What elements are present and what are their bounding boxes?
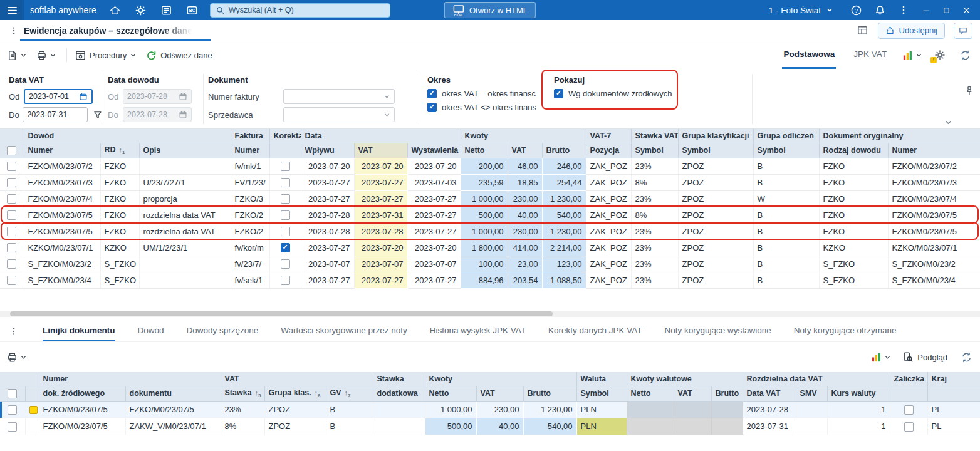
column-header-netto[interactable]: Netto: [425, 386, 476, 401]
row-checkbox[interactable]: [8, 422, 17, 432]
column-header-gv[interactable]: GV↑7: [326, 386, 373, 401]
column-header-netto[interactable]: Netto: [461, 143, 508, 158]
row-checkbox[interactable]: [904, 422, 914, 432]
chart-button[interactable]: [902, 49, 922, 61]
panel-context-menu-button[interactable]: [8, 325, 20, 338]
view-tab[interactable]: JPK VAT: [852, 41, 888, 69]
table-row[interactable]: FZKO/M0/23/07/4FZKOproporcjaFZKO/32023-0…: [0, 190, 980, 207]
panel-tab[interactable]: Dowód: [138, 321, 164, 341]
help-button[interactable]: ?: [848, 3, 863, 18]
column-header-grupa_klas[interactable]: Grupa klas.↑6: [264, 386, 326, 401]
column-header-smv[interactable]: SMV: [796, 386, 827, 401]
row-checkbox[interactable]: [281, 178, 290, 187]
row-checkbox[interactable]: [281, 194, 290, 204]
pin-icon[interactable]: [964, 85, 975, 96]
column-header-rd[interactable]: RD↑1: [100, 143, 139, 158]
column-header-kraj[interactable]: [927, 386, 980, 401]
column-header-vat_data[interactable]: VAT: [354, 143, 407, 158]
select-all-checkbox[interactable]: [7, 146, 16, 155]
detail-chart-button[interactable]: [870, 351, 891, 363]
company-selector[interactable]: 1 - Foto Świat: [769, 6, 833, 15]
numer-faktury-combo[interactable]: [283, 89, 395, 104]
column-header-opis[interactable]: Opis: [139, 143, 231, 158]
column-header-waluta[interactable]: Symbol: [576, 386, 627, 401]
row-checkbox[interactable]: [7, 194, 16, 204]
column-header-pozycja[interactable]: Pozycja: [586, 143, 631, 158]
notifications-button[interactable]: [872, 3, 887, 18]
table-row[interactable]: FZKO/M0/23/07/5FZKOrozdzielna data VATFZ…: [0, 207, 980, 223]
panel-tab[interactable]: Historia wysyłek JPK VAT: [430, 321, 526, 341]
column-header-data_vat[interactable]: Data VAT: [743, 386, 796, 401]
column-header-brutto[interactable]: Brutto: [542, 143, 586, 158]
row-checkbox[interactable]: [7, 227, 16, 236]
row-checkbox[interactable]: [281, 276, 290, 285]
table-row[interactable]: S_FZKO/M0/23/2S_FZKOfv/23/7/2023-07-0720…: [0, 256, 980, 272]
column-header-vat_kwota[interactable]: VAT: [508, 143, 542, 158]
column-header-w_brutto[interactable]: Brutto: [711, 386, 743, 401]
sprzedawca-combo[interactable]: [283, 107, 395, 122]
row-checkbox[interactable]: [7, 259, 16, 269]
panel-tab[interactable]: Noty korygujące otrzymane: [794, 321, 897, 341]
comments-button[interactable]: [954, 23, 972, 39]
column-header-numer_oryg[interactable]: Numer: [888, 143, 980, 158]
column-header-stawka[interactable]: Stawka↑5: [221, 386, 264, 401]
table-row[interactable]: FZKO/M0/23/07/5ZAKW_V/M0/23/07/18%ZPOZB5…: [0, 418, 980, 435]
theme-button[interactable]: [133, 3, 149, 18]
close-button[interactable]: [956, 1, 976, 19]
share-button[interactable]: Udostępnij: [878, 23, 945, 39]
column-header-korekta[interactable]: [269, 143, 301, 158]
panel-tab[interactable]: Noty korygujące wystawione: [665, 321, 771, 341]
print-button[interactable]: [36, 49, 56, 61]
view-tab[interactable]: Podstawowa: [782, 41, 836, 69]
procedures-button[interactable]: Procedury: [75, 49, 137, 61]
column-header-stawka[interactable]: Symbol: [631, 143, 678, 158]
app-logo[interactable]: softlab anywhere: [30, 5, 96, 15]
column-header-sel[interactable]: [0, 386, 25, 401]
table-row[interactable]: FZKO/M0/23/07/2FZKOfv/mk/12023-07-202023…: [0, 158, 980, 174]
bc-button[interactable]: BC: [185, 3, 200, 18]
column-header-vat[interactable]: VAT: [476, 386, 523, 401]
column-header-dok_zrodlowy[interactable]: dok. źródłowego: [39, 386, 125, 401]
grid-settings-button[interactable]: !: [934, 49, 946, 61]
checkbox[interactable]: [427, 103, 437, 112]
select-all-checkbox[interactable]: [8, 389, 17, 398]
panel-tab[interactable]: Wartości skorygowane przez noty: [281, 321, 407, 341]
row-checkbox[interactable]: [7, 178, 16, 187]
table-row[interactable]: FZKO/M0/23/07/5FZKOrozdzielna data VATFZ…: [0, 223, 980, 239]
table-row[interactable]: S_FZKO/M0/23/4S_FZKOfv/sek/12023-07-2720…: [0, 272, 980, 288]
column-header-wplywu[interactable]: Wpływu: [301, 143, 354, 158]
row-checkbox[interactable]: [281, 243, 290, 252]
panel-tab[interactable]: Korekty danych JPK VAT: [548, 321, 642, 341]
row-checkbox[interactable]: [7, 243, 16, 252]
pokazuj-checkbox-row[interactable]: Wg dokumentów źródłowych: [554, 89, 679, 98]
row-checkbox[interactable]: [8, 405, 17, 415]
table-row[interactable]: FZKO/M0/23/07/3FZKOU/23/7/27/1FV/1/23/20…: [0, 174, 980, 190]
column-header-w_vat[interactable]: VAT: [674, 386, 711, 401]
column-header-grupa_odl[interactable]: Symbol: [753, 143, 819, 158]
data-vat-do-input[interactable]: 2023-07-31: [23, 107, 88, 122]
layout-columns-button[interactable]: [857, 24, 869, 37]
calendar-icon[interactable]: [79, 92, 88, 101]
data-vat-od-input[interactable]: 2023-07-01: [24, 89, 93, 104]
print-report-button[interactable]: [6, 49, 27, 61]
column-header-brutto[interactable]: Brutto: [523, 386, 576, 401]
row-checkbox[interactable]: [7, 210, 16, 220]
column-header-dokument[interactable]: dokumentu: [125, 386, 221, 401]
row-checkbox[interactable]: [7, 276, 16, 285]
column-header-marker[interactable]: [25, 386, 39, 401]
detail-sync-button[interactable]: [959, 350, 974, 365]
panel-tab[interactable]: Dowody sprzężone: [187, 321, 259, 341]
row-checkbox[interactable]: [281, 227, 290, 236]
detail-print-button[interactable]: [6, 351, 27, 363]
column-header-rodzaj[interactable]: Rodzaj dowodu: [819, 143, 888, 158]
row-checkbox[interactable]: [281, 259, 290, 269]
minimize-button[interactable]: [916, 1, 936, 19]
preview-button[interactable]: Podgląd: [902, 351, 947, 363]
row-checkbox[interactable]: [7, 162, 16, 171]
checkbox[interactable]: [427, 89, 437, 98]
topbar-more-button[interactable]: [896, 3, 911, 18]
maximize-button[interactable]: [936, 1, 956, 19]
okres-checkbox-row[interactable]: okres VAT = okres finansc: [427, 89, 543, 98]
column-header-wystawienia[interactable]: Wystawienia: [407, 143, 461, 158]
column-header-kurs[interactable]: Kurs waluty: [827, 386, 890, 401]
